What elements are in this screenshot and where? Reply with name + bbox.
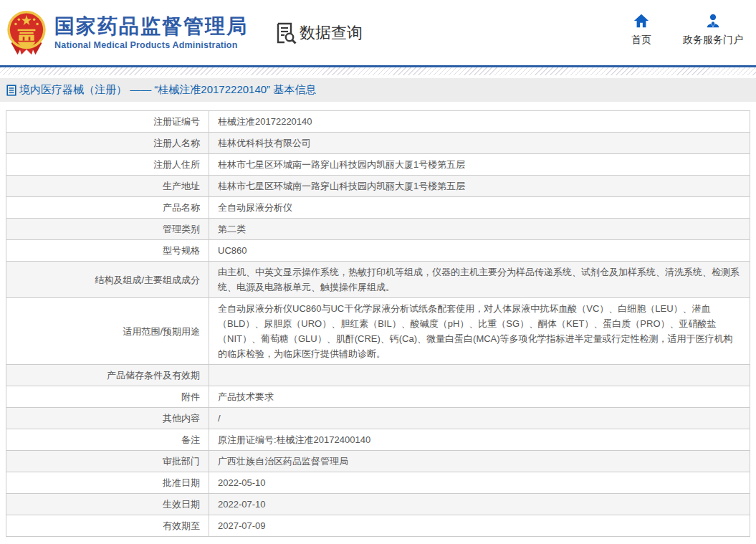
hatch-stripe-band bbox=[0, 67, 756, 75]
site-logo[interactable]: 国家药品监督管理局 National Medical Products Admi… bbox=[6, 10, 248, 56]
field-value: 产品技术要求 bbox=[209, 386, 750, 408]
field-value: 原注册证编号:桂械注准20172400140 bbox=[209, 429, 750, 451]
data-query-icon bbox=[275, 22, 297, 44]
field-label: 备注 bbox=[6, 429, 209, 451]
field-label: 注册人住所 bbox=[6, 154, 209, 176]
nav-home-label: 首页 bbox=[631, 34, 651, 47]
field-value: / bbox=[209, 408, 750, 429]
field-value: 全自动尿液分析仪 bbox=[209, 197, 750, 219]
registration-info-table: 注册证编号 桂械注准20172220140 注册人名称 桂林优科科技有限公司 注… bbox=[6, 110, 750, 537]
table-row: 注册人住所 桂林市七星区环城南一路穿山科技园内凯丽大厦1号楼第五层 bbox=[6, 154, 750, 176]
table-row: 其他内容 / bbox=[6, 408, 750, 429]
table-row: 结构及组成/主要组成成分 由主机、中英文显示操作系统，热敏打印机等组成，仪器的主… bbox=[6, 262, 750, 298]
field-value: 2022-05-10 bbox=[209, 472, 750, 494]
page-title-bar: 境内医疗器械（注册） —— “桂械注准20172220140” 基本信息 bbox=[0, 78, 756, 102]
table-row: 备注 原注册证编号:桂械注准20172400140 bbox=[6, 429, 750, 451]
field-label: 管理类别 bbox=[6, 219, 209, 240]
field-value: UC860 bbox=[209, 240, 750, 262]
table-row: 审批部门 广西壮族自治区药品监督管理局 bbox=[6, 451, 750, 472]
field-value: 广西壮族自治区药品监督管理局 bbox=[209, 451, 750, 472]
data-query-label: 数据查询 bbox=[300, 22, 363, 44]
table-row: 产品名称 全自动尿液分析仪 bbox=[6, 197, 750, 219]
field-value: 第二类 bbox=[209, 219, 750, 240]
org-titles: 国家药品监督管理局 National Medical Products Admi… bbox=[54, 15, 248, 50]
nav-portal-label: 政务服务门户 bbox=[683, 34, 743, 47]
field-label: 注册人名称 bbox=[6, 133, 209, 154]
home-icon bbox=[633, 13, 649, 29]
field-value: 2027-07-09 bbox=[209, 515, 750, 537]
table-row: 产品储存条件及有效期 bbox=[6, 365, 750, 386]
org-name-en: National Medical Products Administration bbox=[54, 40, 248, 50]
table-row: 生效日期 2022-07-10 bbox=[6, 494, 750, 515]
field-label: 生产地址 bbox=[6, 176, 209, 197]
field-value: 桂械注准20172220140 bbox=[209, 111, 750, 133]
table-row: 批准日期 2022-05-10 bbox=[6, 472, 750, 494]
data-query-link[interactable]: 数据查询 bbox=[275, 22, 363, 44]
field-value: 2022-07-10 bbox=[209, 494, 750, 515]
table-row: 管理类别 第二类 bbox=[6, 219, 750, 240]
org-name-cn: 国家药品监督管理局 bbox=[54, 15, 248, 38]
field-label: 适用范围/预期用途 bbox=[6, 298, 209, 365]
field-label: 产品储存条件及有效期 bbox=[6, 365, 209, 386]
field-label: 审批部门 bbox=[6, 451, 209, 472]
field-label: 有效期至 bbox=[6, 515, 209, 537]
document-icon bbox=[6, 85, 16, 96]
field-label: 附件 bbox=[6, 386, 209, 408]
field-label: 型号规格 bbox=[6, 240, 209, 262]
table-row: 注册人名称 桂林优科科技有限公司 bbox=[6, 133, 750, 154]
user-icon bbox=[705, 13, 721, 29]
field-label: 其他内容 bbox=[6, 408, 209, 429]
field-value: 由主机、中英文显示操作系统，热敏打印机等组成，仪器的主机主要分为样品传递系统、试… bbox=[209, 262, 750, 298]
field-value: 桂林优科科技有限公司 bbox=[209, 133, 750, 154]
header-nav: 首页 政务服务门户 bbox=[631, 13, 743, 47]
field-label: 生效日期 bbox=[6, 494, 209, 515]
field-label: 产品名称 bbox=[6, 197, 209, 219]
field-label: 注册证编号 bbox=[6, 111, 209, 133]
table-row: 适用范围/预期用途 全自动尿液分析仪UC860与UC干化学尿液分析试纸条配套使用… bbox=[6, 298, 750, 365]
field-label: 批准日期 bbox=[6, 472, 209, 494]
national-emblem-icon bbox=[6, 10, 47, 56]
table-row: 注册证编号 桂械注准20172220140 bbox=[6, 111, 750, 133]
field-value bbox=[209, 365, 750, 386]
table-row: 生产地址 桂林市七星区环城南一路穿山科技园内凯丽大厦1号楼第五层 bbox=[6, 176, 750, 197]
field-value: 桂林市七星区环城南一路穿山科技园内凯丽大厦1号楼第五层 bbox=[209, 176, 750, 197]
table-row: 型号规格 UC860 bbox=[6, 240, 750, 262]
nav-portal[interactable]: 政务服务门户 bbox=[683, 13, 743, 47]
field-value: 桂林市七星区环城南一路穿山科技园内凯丽大厦1号楼第五层 bbox=[209, 154, 750, 176]
table-row: 附件 产品技术要求 bbox=[6, 386, 750, 408]
field-label: 结构及组成/主要组成成分 bbox=[6, 262, 209, 298]
field-value: 全自动尿液分析仪UC860与UC干化学尿液分析试纸条配套使用，对人体尿液中抗坏血… bbox=[209, 298, 750, 365]
site-header: 国家药品监督管理局 National Medical Products Admi… bbox=[0, 0, 756, 65]
nav-home[interactable]: 首页 bbox=[631, 13, 651, 47]
page-title: 境内医疗器械（注册） —— “桂械注准20172220140” 基本信息 bbox=[19, 83, 316, 97]
table-row: 有效期至 2027-07-09 bbox=[6, 515, 750, 537]
